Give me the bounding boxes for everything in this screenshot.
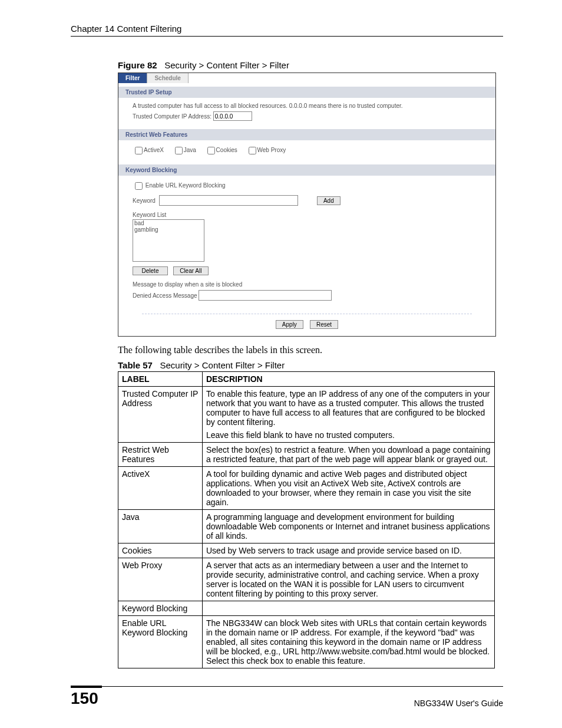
description-table: LABEL DESCRIPTION Trusted Computer IP Ad… [118, 371, 495, 668]
trusted-ip-body: A trusted computer has full access to al… [118, 98, 495, 126]
table-row: Trusted Computer IP AddressTo enable thi… [118, 387, 495, 443]
table-row: Web ProxyA server that acts as an interm… [118, 558, 495, 601]
content-filter-ui: Filter Schedule Trusted IP Setup A trust… [118, 73, 496, 337]
guide-name: NBG334W User's Guide [414, 695, 503, 708]
denied-access-label: Denied Access Message [133, 292, 197, 299]
row-desc: Used by Web servers to track usage and p… [203, 543, 495, 558]
row-label: Enable URL Keyword Blocking [118, 616, 203, 668]
table-caption: Table 57 Security > Content Filter > Fil… [118, 360, 503, 370]
trusted-ip-desc: A trusted computer has full access to al… [133, 103, 481, 109]
enable-keyword-label: Enable URL Keyword Blocking [146, 182, 226, 189]
row-desc: A server that acts as an intermediary be… [203, 558, 495, 601]
activex-label: ActiveX [133, 147, 164, 153]
table-row: CookiesUsed by Web servers to track usag… [118, 543, 495, 558]
figure-label: Figure 82 [118, 60, 157, 70]
list-item[interactable]: gambling [133, 226, 204, 233]
webproxy-checkbox[interactable] [249, 147, 256, 154]
row-desc: A tool for building dynamic and active W… [203, 467, 495, 510]
cookies-checkbox[interactable] [207, 147, 215, 154]
row-desc: The NBG334W can block Web sites with URL… [203, 616, 495, 668]
keyword-input[interactable] [159, 195, 298, 206]
trusted-ip-label: Trusted Computer IP Address: [133, 113, 211, 120]
restrict-body: ActiveX Java Cookies Web Proxy [118, 140, 495, 161]
row-desc: Select the box(es) to restrict a feature… [203, 443, 495, 467]
row-desc [203, 601, 495, 616]
figure-title: Security > Content Filter > Filter [164, 60, 289, 70]
row-desc: A programming language and development e… [203, 510, 495, 543]
table-row: Restrict Web FeaturesSelect the box(es) … [118, 443, 495, 467]
enable-keyword-checkbox[interactable] [135, 182, 143, 190]
keyword-label: Keyword [133, 197, 156, 204]
row-label: Keyword Blocking [118, 601, 203, 616]
blocked-msg-label: Message to display when a site is blocke… [133, 281, 481, 288]
denied-access-input[interactable] [199, 290, 332, 301]
tab-row: Filter Schedule [118, 73, 495, 83]
java-checkbox[interactable] [175, 147, 183, 154]
webproxy-label: Web Proxy [246, 147, 286, 153]
apply-button[interactable]: Apply [276, 320, 303, 329]
row-label: Restrict Web Features [118, 443, 203, 467]
cookies-label: Cookies [205, 147, 237, 153]
body-text: The following table describes the labels… [118, 345, 503, 355]
separator [142, 314, 472, 314]
row-label: Web Proxy [118, 558, 203, 601]
tab-filter[interactable]: Filter [118, 73, 147, 83]
keyword-header: Keyword Blocking [118, 164, 495, 176]
keyword-body: Enable URL Keyword Blocking Keyword Add … [118, 176, 495, 305]
row-label: Trusted Computer IP Address [118, 387, 203, 443]
list-item[interactable]: bad [133, 220, 204, 226]
button-row: Apply Reset [118, 320, 495, 329]
table-row: JavaA programming language and developme… [118, 510, 495, 543]
trusted-ip-input[interactable] [213, 111, 252, 121]
restrict-header: Restrict Web Features [118, 129, 495, 140]
table-row: Keyword Blocking [118, 601, 495, 616]
row-label: Java [118, 510, 203, 543]
row-label: Cookies [118, 543, 203, 558]
delete-button[interactable]: Delete [133, 266, 168, 275]
chapter-header: Chapter 14 Content Filtering [71, 24, 503, 37]
page-number: 150 [71, 686, 102, 708]
keyword-list-label: Keyword List [133, 212, 481, 218]
clear-all-button[interactable]: Clear All [173, 266, 209, 275]
col-label-header: LABEL [118, 372, 203, 387]
java-label: Java [173, 147, 196, 153]
figure-caption: Figure 82 Security > Content Filter > Fi… [118, 60, 503, 70]
row-desc: To enable this feature, type an IP addre… [203, 387, 495, 443]
add-button[interactable]: Add [317, 196, 340, 205]
reset-button[interactable]: Reset [310, 320, 338, 329]
table-row: ActiveXA tool for building dynamic and a… [118, 467, 495, 510]
table-title: Security > Content Filter > Filter [160, 360, 285, 370]
col-desc-header: DESCRIPTION [203, 372, 495, 387]
trusted-ip-header: Trusted IP Setup [118, 87, 495, 98]
row-label: ActiveX [118, 467, 203, 510]
table-row: Enable URL Keyword BlockingThe NBG334W c… [118, 616, 495, 668]
page-footer: 150 NBG334W User's Guide [71, 686, 503, 708]
table-label: Table 57 [118, 360, 153, 370]
activex-checkbox[interactable] [135, 147, 143, 154]
keyword-listbox[interactable]: bad gambling [133, 219, 204, 262]
tab-schedule[interactable]: Schedule [147, 73, 188, 83]
